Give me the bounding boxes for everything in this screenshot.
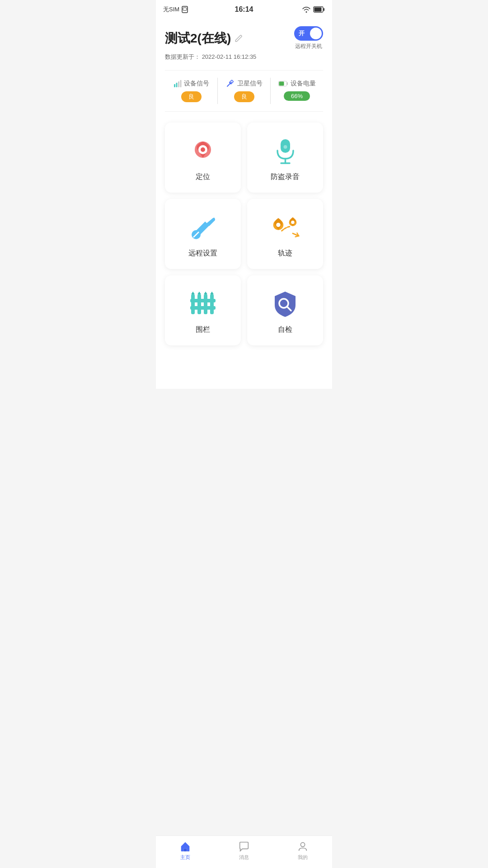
battery-level: 设备电量 66% <box>270 78 323 104</box>
header-section: 测试2(在线) 开 远程开关机 数据更新于： 2022-02-11 16:12:… <box>165 17 323 66</box>
recording-label: 防盗录音 <box>271 172 300 182</box>
track-card[interactable]: 轨迹 <box>247 199 323 269</box>
toggle-label: 开 <box>299 29 305 38</box>
svg-rect-7 <box>178 81 179 87</box>
main-content: 测试2(在线) 开 远程开关机 数据更新于： 2022-02-11 16:12:… <box>156 17 332 389</box>
selfcheck-label: 自检 <box>278 325 292 335</box>
power-text: 远程开关机 <box>295 42 322 50</box>
satellite-signal-badge: 良 <box>234 91 254 102</box>
fence-label: 围栏 <box>196 325 210 335</box>
svg-marker-39 <box>204 292 207 294</box>
satellite-icon <box>226 80 235 88</box>
power-section: 开 远程开关机 <box>294 26 323 50</box>
settings-label: 远程设置 <box>188 249 217 258</box>
carrier-text: 无SIM <box>163 5 179 14</box>
device-signal: 设备信号 良 <box>165 78 217 104</box>
selfcheck-card[interactable]: 自检 <box>247 275 323 345</box>
device-signal-label: 设备信号 <box>174 80 209 88</box>
svg-rect-6 <box>176 83 177 87</box>
svg-rect-16 <box>279 82 284 86</box>
shield-search-icon <box>271 290 300 319</box>
svg-point-20 <box>201 147 205 152</box>
svg-marker-40 <box>210 292 214 294</box>
svg-rect-8 <box>180 80 181 87</box>
svg-rect-15 <box>286 82 288 85</box>
device-title: 测试2(在线) <box>165 30 243 47</box>
battery-level-label: 设备电量 <box>278 80 316 88</box>
sim-icon <box>181 6 188 13</box>
svg-point-29 <box>291 221 295 224</box>
svg-line-13 <box>227 85 229 86</box>
header-top: 测试2(在线) 开 远程开关机 <box>165 26 323 50</box>
status-icons <box>302 6 325 13</box>
svg-rect-5 <box>174 84 175 87</box>
svg-point-12 <box>230 82 231 84</box>
satellite-signal: 卫星信号 良 <box>217 78 270 104</box>
svg-rect-42 <box>190 306 216 310</box>
signal-section: 设备信号 良 卫星信号 良 <box>165 70 323 112</box>
svg-point-24 <box>283 145 287 149</box>
location-card[interactable]: 定位 <box>165 123 241 193</box>
signal-bars-icon <box>174 80 182 88</box>
fence-card[interactable]: 围栏 <box>165 275 241 345</box>
wifi-icon <box>302 6 311 13</box>
svg-marker-38 <box>197 292 201 294</box>
fence-icon <box>188 290 217 319</box>
svg-point-27 <box>276 223 280 227</box>
satellite-signal-label: 卫星信号 <box>226 80 263 88</box>
svg-rect-4 <box>314 8 322 12</box>
wrench-icon <box>188 213 217 242</box>
svg-rect-3 <box>324 8 325 11</box>
location-label: 定位 <box>196 172 210 182</box>
battery-level-badge: 66% <box>284 91 310 101</box>
svg-rect-35 <box>204 294 207 314</box>
function-grid: 定位 防盗录音 <box>165 115 323 353</box>
device-signal-badge: 良 <box>181 91 202 102</box>
battery-icon <box>313 6 325 13</box>
svg-rect-41 <box>190 299 216 302</box>
svg-rect-33 <box>191 294 195 314</box>
location-icon <box>188 137 217 166</box>
settings-card[interactable]: 远程设置 <box>165 199 241 269</box>
status-bar: 无SIM 16:14 <box>156 0 332 17</box>
status-time: 16:14 <box>235 5 253 14</box>
svg-rect-1 <box>183 8 187 10</box>
edit-icon[interactable] <box>235 34 243 42</box>
update-time: 数据更新于： 2022-02-11 16:12:35 <box>165 53 323 61</box>
toggle-knob <box>310 28 322 39</box>
power-toggle[interactable]: 开 <box>294 26 323 41</box>
microphone-icon <box>271 137 300 166</box>
device-battery-icon <box>278 81 288 86</box>
carrier-info: 无SIM <box>163 5 188 14</box>
svg-marker-37 <box>191 292 195 294</box>
track-icon <box>271 213 300 242</box>
recording-card[interactable]: 防盗录音 <box>247 123 323 193</box>
svg-rect-36 <box>210 294 214 314</box>
svg-rect-34 <box>197 294 201 314</box>
track-label: 轨迹 <box>278 249 292 258</box>
